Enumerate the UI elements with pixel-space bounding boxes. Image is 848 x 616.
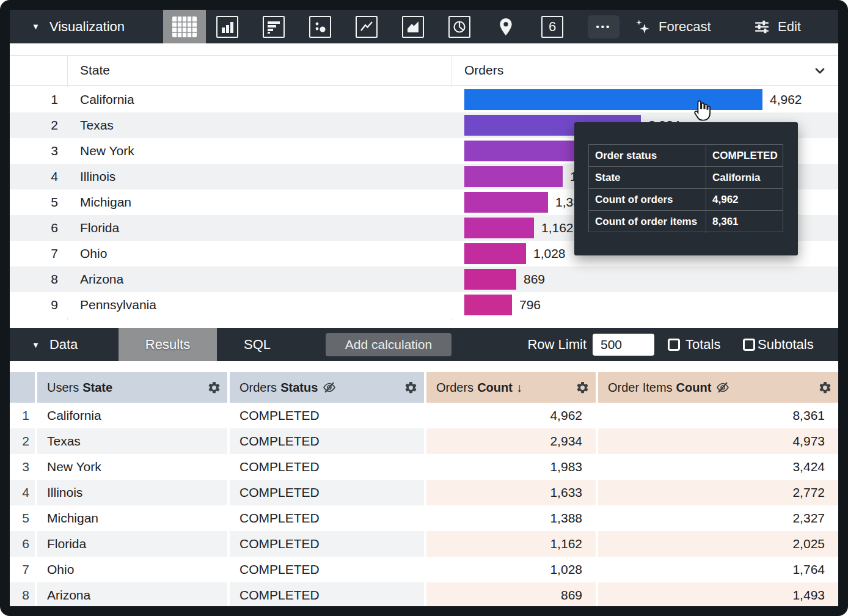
row-limit-input[interactable] xyxy=(593,334,654,356)
tab-sql[interactable]: SQL xyxy=(233,328,282,361)
forecast-button[interactable]: Forecast xyxy=(634,10,711,43)
orders-collapse-chevron[interactable] xyxy=(813,64,827,78)
chart-type-pie-button[interactable] xyxy=(448,16,470,38)
order-items-count-cell[interactable]: 4,973 xyxy=(598,428,838,454)
orders-count-cell[interactable]: 1,028 xyxy=(426,557,596,582)
state-cell: New York xyxy=(80,138,134,164)
data-table-row: 2 Texas COMPLETED 2,934 4,973 xyxy=(10,428,838,454)
totals-checkbox[interactable] xyxy=(668,339,680,351)
gear-icon[interactable] xyxy=(207,381,221,395)
users-state-cell[interactable]: Ohio xyxy=(37,557,227,582)
state-column-header[interactable]: State xyxy=(80,63,110,78)
row-number: 8 xyxy=(10,582,35,606)
orders-bar[interactable] xyxy=(464,141,583,161)
users-state-cell[interactable]: New York xyxy=(37,454,227,480)
line-chart-icon xyxy=(359,20,374,34)
chart-type-table-button[interactable] xyxy=(163,10,206,43)
visualization-section-toggle[interactable]: ▼ Visualization xyxy=(32,10,125,43)
subtotals-checkbox[interactable] xyxy=(743,339,755,351)
chart-type-switcher: 6 ••• xyxy=(216,10,620,43)
explorer-window: ▼ Visualization xyxy=(10,10,838,606)
gear-icon[interactable] xyxy=(818,381,832,395)
add-calculation-button[interactable]: Add calculation xyxy=(326,333,451,356)
users-state-cell[interactable]: Florida xyxy=(37,531,227,557)
visualization-toolbar: ▼ Visualization xyxy=(10,10,838,43)
orders-bar[interactable] xyxy=(464,192,548,213)
header-prefix: Order Items xyxy=(608,381,673,395)
orders-count-cell[interactable]: 1,633 xyxy=(426,480,596,505)
row-number: 1 xyxy=(10,403,35,428)
bar-chart-icon xyxy=(266,20,281,34)
orders-count-cell[interactable]: 869 xyxy=(426,582,596,606)
state-cell: Arizona xyxy=(80,266,123,292)
users-state-cell[interactable]: Illinois xyxy=(37,480,227,505)
orders-bar[interactable] xyxy=(464,218,534,238)
orders-column-header[interactable]: Orders xyxy=(464,63,503,78)
gear-icon[interactable] xyxy=(404,381,418,395)
viz-table-row: 1 California 4,962 xyxy=(10,87,838,112)
column-header-order-items-count[interactable]: Order Items Count xyxy=(598,372,838,403)
orders-count-cell[interactable]: 1,388 xyxy=(426,505,596,531)
tooltip-table: Order status COMPLETED State California … xyxy=(588,144,783,232)
orders-status-cell[interactable]: COMPLETED xyxy=(230,428,424,454)
row-number-column-header xyxy=(10,372,35,403)
tab-results[interactable]: Results xyxy=(119,328,217,361)
state-cell: Pennsylvania xyxy=(80,292,156,318)
data-results-table: Users State Orders Status Orders xyxy=(10,372,838,606)
orders-bar[interactable] xyxy=(464,166,563,187)
users-state-cell[interactable]: California xyxy=(37,403,227,428)
row-number: 5 xyxy=(10,505,35,531)
row-number: 9 xyxy=(10,292,58,318)
gear-icon[interactable] xyxy=(576,381,590,395)
orders-count-cell[interactable]: 1,162 xyxy=(426,531,596,557)
column-header-users-state[interactable]: Users State xyxy=(37,372,227,403)
order-items-count-cell[interactable]: 1,764 xyxy=(598,557,838,582)
order-items-count-cell[interactable]: 2,025 xyxy=(598,531,838,557)
orders-status-cell[interactable]: COMPLETED xyxy=(230,531,424,557)
orders-count-cell[interactable]: 2,934 xyxy=(426,428,596,454)
orders-bar[interactable] xyxy=(464,295,512,315)
tooltip-row: State California xyxy=(589,167,783,189)
chart-type-area-button[interactable] xyxy=(402,16,424,38)
visualization-title: Visualization xyxy=(49,19,125,35)
orders-status-cell[interactable]: COMPLETED xyxy=(230,505,424,531)
users-state-cell[interactable]: Michigan xyxy=(37,505,227,531)
order-items-count-cell[interactable]: 1,493 xyxy=(598,582,838,606)
orders-count-cell[interactable]: 1,983 xyxy=(426,454,596,480)
tooltip-value: COMPLETED xyxy=(706,145,783,166)
chart-type-bar-button[interactable] xyxy=(263,16,285,38)
order-items-count-cell[interactable]: 2,327 xyxy=(598,505,838,531)
row-number: 5 xyxy=(10,189,58,215)
more-chart-types-button[interactable]: ••• xyxy=(588,15,620,38)
chart-type-single-value-button[interactable]: 6 xyxy=(541,16,563,38)
row-number: 4 xyxy=(10,164,58,189)
orders-status-cell[interactable]: COMPLETED xyxy=(230,582,424,606)
orders-count-cell[interactable]: 4,962 xyxy=(426,403,596,428)
order-items-count-cell[interactable]: 3,424 xyxy=(598,454,838,480)
orders-bar[interactable] xyxy=(464,269,516,290)
edit-button[interactable]: Edit xyxy=(754,10,801,43)
order-items-count-cell[interactable]: 2,772 xyxy=(598,480,838,505)
chart-type-line-button[interactable] xyxy=(356,16,378,38)
row-number: 8 xyxy=(10,266,58,292)
users-state-cell[interactable]: Arizona xyxy=(37,582,227,606)
chart-type-scatter-button[interactable] xyxy=(309,16,331,38)
orders-value-label: 796 xyxy=(519,298,541,312)
column-header-orders-status[interactable]: Orders Status xyxy=(230,372,424,403)
column-header-orders-count[interactable]: Orders Count ↓ xyxy=(426,372,596,403)
orders-status-cell[interactable]: COMPLETED xyxy=(230,403,424,428)
table-icon xyxy=(172,16,197,37)
chart-type-column-button[interactable] xyxy=(216,16,238,38)
data-title: Data xyxy=(49,337,78,353)
chart-type-map-button[interactable] xyxy=(495,16,517,38)
pie-chart-icon xyxy=(452,20,467,34)
data-section-toggle[interactable]: ▼ Data xyxy=(32,328,78,361)
map-pin-icon xyxy=(498,18,514,36)
orders-status-cell[interactable]: COMPLETED xyxy=(230,557,424,582)
orders-status-cell[interactable]: COMPLETED xyxy=(230,454,424,480)
orders-bar[interactable] xyxy=(464,243,526,264)
users-state-cell[interactable]: Texas xyxy=(37,428,227,454)
orders-status-cell[interactable]: COMPLETED xyxy=(230,480,424,505)
order-items-count-cell[interactable]: 8,361 xyxy=(598,403,838,428)
orders-bar[interactable] xyxy=(464,89,762,110)
